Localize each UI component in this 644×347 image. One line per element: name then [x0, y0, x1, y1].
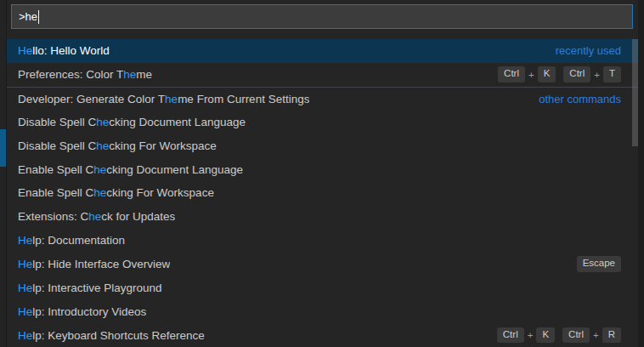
window-underlay-left — [0, 0, 7, 347]
key-chip: Ctrl — [498, 66, 525, 82]
match-highlight: he — [165, 93, 178, 105]
match-highlight: He — [18, 305, 32, 318]
list-item[interactable]: Disable Spell Checking Document Language — [7, 111, 638, 134]
command-label: Help: Keyboard Shortcuts Reference — [18, 329, 205, 342]
command-label: Hello: Hello World — [18, 44, 110, 57]
keybinding-group: Ctrl+R — [562, 327, 621, 344]
keybinding-group: Ctrl+K — [498, 66, 556, 82]
keybinding: Ctrl+KCtrl+T — [498, 66, 621, 82]
command-list: Hello: Hello Worldrecently usedPreferenc… — [7, 39, 638, 347]
keybinding: Ctrl+KCtrl+R — [497, 327, 621, 344]
match-highlight: he — [96, 116, 109, 128]
keybinding-group: Escape — [577, 256, 621, 272]
command-label: Enable Spell Checking Document Language — [18, 163, 243, 176]
command-label: Disable Spell Checking Document Language — [18, 116, 246, 128]
text-caret — [38, 10, 39, 24]
list-item[interactable]: Help: Interactive Playground — [7, 276, 638, 299]
label-text: lp: Documentation — [32, 234, 125, 247]
command-label: Help: Introductory Videos — [18, 305, 146, 318]
label-text: Extensions: C — [18, 210, 88, 223]
command-label: Help: Documentation — [18, 234, 125, 247]
keybinding-group: Ctrl+K — [497, 327, 555, 344]
plus-separator: + — [528, 330, 534, 340]
label-text: llo: Hello World — [32, 44, 110, 57]
list-item[interactable]: Enable Spell Checking Document Language — [7, 157, 638, 181]
activity-indicator-bar — [0, 129, 6, 167]
window-underlay-right — [638, 0, 644, 347]
label-text: Enable Spell C — [18, 163, 93, 176]
list-item[interactable]: Help: Documentation — [7, 229, 638, 253]
match-highlight: he — [123, 68, 136, 81]
list-item[interactable]: Hello: Hello Worldrecently used — [7, 39, 638, 63]
match-highlight: he — [93, 186, 106, 199]
label-text: Disable Spell C — [18, 116, 96, 128]
label-text: cking For Workspace — [106, 186, 214, 199]
label-text: lp: Interactive Playground — [32, 282, 161, 294]
label-text: me From Current Settings — [178, 93, 309, 105]
key-chip: Ctrl — [497, 327, 524, 344]
command-label: Enable Spell Checking For Workspace — [18, 186, 214, 199]
label-text: cking Document Language — [109, 116, 246, 128]
command-label: Help: Interactive Playground — [18, 282, 162, 294]
command-input-value: >he — [19, 10, 37, 23]
match-highlight: He — [18, 329, 32, 342]
match-highlight: he — [96, 139, 109, 152]
command-label: Disable Spell Checking For Workspace — [18, 139, 217, 152]
label-text: lp: Introductory Videos — [32, 305, 146, 318]
group-label: other commands — [539, 93, 621, 105]
list-item[interactable]: Extensions: Check for Updates — [7, 205, 638, 229]
label-text: cking Document Language — [106, 163, 243, 176]
match-highlight: He — [18, 258, 32, 270]
list-item[interactable]: Help: Keyboard Shortcuts ReferenceCtrl+K… — [7, 323, 638, 347]
key-chip: T — [603, 66, 621, 82]
key-chip: Ctrl — [562, 327, 590, 344]
command-label: Extensions: Check for Updates — [18, 210, 175, 223]
plus-separator: + — [593, 330, 599, 340]
match-highlight: He — [18, 282, 32, 294]
label-text: me — [136, 68, 152, 81]
key-chip: Escape — [577, 256, 621, 272]
label-text: lp: Keyboard Shortcuts Reference — [32, 329, 205, 342]
command-input[interactable]: >he — [11, 4, 633, 29]
label-text: lp: Hide Interface Overview — [32, 258, 170, 270]
keybinding-group: Ctrl+T — [563, 66, 621, 82]
command-label: Help: Hide Interface Overview — [18, 258, 170, 270]
match-highlight: he — [93, 163, 106, 176]
plus-separator: + — [594, 70, 600, 80]
label-text: Disable Spell C — [18, 139, 96, 152]
key-chip: K — [538, 66, 556, 82]
match-highlight: He — [18, 44, 32, 57]
label-text: Developer: Generate Color T — [18, 93, 165, 105]
list-item[interactable]: Help: Hide Interface OverviewEscape — [7, 253, 638, 276]
list-item[interactable]: Enable Spell Checking For Workspace — [7, 181, 638, 205]
list-item[interactable]: Preferences: Color ThemeCtrl+KCtrl+T — [7, 63, 638, 87]
scrollbar-thumb[interactable] — [632, 39, 638, 146]
match-highlight: He — [18, 234, 32, 247]
vscode-window: >he Hello: Hello Worldrecently usedPrefe… — [0, 0, 644, 347]
label-text: Enable Spell C — [18, 186, 93, 199]
command-label: Preferences: Color Theme — [18, 68, 152, 81]
match-highlight: he — [88, 210, 101, 223]
key-chip: R — [602, 327, 621, 344]
key-chip: Ctrl — [563, 66, 590, 82]
list-item[interactable]: Disable Spell Checking For Workspace — [7, 134, 638, 157]
plus-separator: + — [528, 70, 534, 80]
list-item[interactable]: Help: Introductory Videos — [7, 299, 638, 323]
keybinding: Escape — [577, 256, 621, 272]
key-chip: K — [536, 327, 555, 344]
label-text: Preferences: Color T — [18, 68, 123, 81]
command-label: Developer: Generate Color Theme From Cur… — [18, 93, 309, 105]
command-palette: >he Hello: Hello Worldrecently usedPrefe… — [7, 0, 638, 347]
label-text: ck for Updates — [101, 210, 175, 223]
group-label: recently used — [556, 44, 621, 57]
list-item[interactable]: Developer: Generate Color Theme From Cur… — [7, 87, 638, 111]
label-text: cking For Workspace — [109, 139, 217, 152]
